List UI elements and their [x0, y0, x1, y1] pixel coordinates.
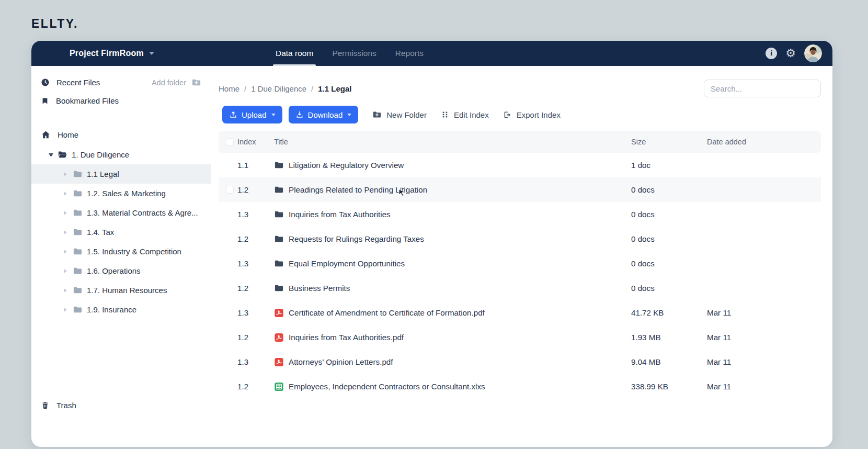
row-size: 0 docs — [631, 284, 707, 293]
tree-item[interactable]: 1.4. Tax — [31, 222, 211, 242]
tree-item[interactable]: 1.5. Industry & Competition — [31, 242, 211, 261]
table-row[interactable]: 1.2Requests for Rulings Regarding Taxes0… — [219, 227, 821, 251]
export-icon — [503, 110, 512, 119]
folder-icon — [274, 234, 284, 244]
trash-label: Trash — [56, 401, 76, 410]
table-row[interactable]: 1.3Inquiries from Tax Authorities0 docs — [219, 202, 821, 227]
folder-icon — [73, 188, 83, 198]
caret-right-icon[interactable] — [64, 172, 67, 176]
upload-button[interactable]: Upload — [222, 106, 282, 124]
row-size: 9.04 MB — [631, 357, 707, 366]
folder-icon — [73, 266, 83, 276]
tree-item-label: 1.9. Insurance — [87, 305, 136, 314]
chevron-down-icon — [271, 114, 276, 116]
export-index-label: Export Index — [517, 110, 561, 119]
caret-right-icon[interactable] — [64, 269, 67, 273]
row-date: Mar 11 — [707, 333, 821, 342]
avatar[interactable] — [804, 44, 822, 62]
table-row[interactable]: 1.2Inquiries from Tax Authorities.pdf1.9… — [219, 325, 821, 350]
pdf-file-icon — [274, 357, 284, 367]
sidebar-item-bookmarked-files[interactable]: Bookmarked Files — [31, 92, 211, 110]
row-date: Mar 11 — [707, 357, 821, 366]
folder-icon — [73, 246, 83, 256]
tree-item[interactable]: 1.3. Material Contracts & Agre... — [31, 203, 211, 222]
tree-item-label: 1.4. Tax — [87, 228, 114, 237]
edit-index-button[interactable]: Edit Index — [441, 110, 489, 119]
table-row[interactable]: 1.3Attorneys’ Opinion Letters.pdf9.04 MB… — [219, 350, 821, 374]
row-date: Mar 11 — [707, 382, 821, 391]
project-switcher[interactable]: Project FirmRoom — [70, 49, 154, 58]
breadcrumb-separator: / — [244, 84, 246, 93]
tree-item[interactable]: 1.9. Insurance — [31, 300, 211, 319]
gear-icon[interactable]: ⚙ — [785, 48, 796, 59]
folder-icon — [73, 208, 83, 218]
column-header-title[interactable]: Title — [274, 138, 631, 146]
table-row[interactable]: 1.3Equal Employment Opportunities0 docs — [219, 251, 821, 276]
tree-item-label: 1.5. Industry & Competition — [87, 247, 181, 256]
table-row[interactable]: 1.2Business Permits0 docs — [219, 276, 821, 300]
caret-right-icon[interactable] — [64, 250, 67, 254]
column-header-size[interactable]: Size — [631, 138, 707, 146]
download-label: Download — [308, 110, 343, 119]
clock-icon — [41, 78, 50, 87]
top-navbar: Project FirmRoom Data roomPermissionsRep… — [31, 41, 832, 66]
main-content: Home/1 Due Diligence/1.1 Legal Upload Do… — [211, 66, 832, 447]
caret-right-icon[interactable] — [64, 308, 67, 312]
info-button[interactable]: i — [766, 48, 777, 59]
folder-icon — [73, 227, 83, 237]
xlsx-file-icon — [274, 382, 284, 391]
trash-icon — [41, 401, 50, 410]
tab-reports[interactable]: Reports — [394, 41, 425, 66]
new-folder-icon — [372, 110, 382, 119]
tree-item-label: 1.2. Sales & Marketing — [87, 189, 166, 198]
tree-item[interactable]: 1.1 Legal — [31, 164, 211, 184]
tree-item[interactable]: 1.6. Operations — [31, 261, 211, 280]
download-icon — [295, 110, 304, 119]
caret-down-icon[interactable] — [49, 153, 53, 156]
tab-data-room[interactable]: Data room — [275, 41, 314, 66]
row-title: Employees, Independent Contractors or Co… — [289, 382, 485, 391]
row-title: Pleadings Related to Pending Litigation — [289, 185, 427, 194]
column-header-date-added[interactable]: Date added — [707, 138, 821, 146]
caret-right-icon[interactable] — [64, 211, 67, 215]
breadcrumb-separator: / — [311, 84, 313, 93]
row-checkbox[interactable] — [226, 186, 234, 194]
download-button[interactable]: Download — [289, 106, 359, 124]
table-row[interactable]: 1.2Employees, Independent Contractors or… — [219, 374, 821, 399]
breadcrumb-item[interactable]: 1 Due Diligence — [251, 84, 306, 93]
add-folder-button[interactable]: Add folder — [152, 77, 211, 87]
row-index: 1.2 — [237, 382, 274, 391]
upload-label: Upload — [242, 110, 267, 119]
tree-item[interactable]: 1.7. Human Resources — [31, 280, 211, 300]
caret-right-icon[interactable] — [64, 288, 67, 293]
new-folder-button[interactable]: New Folder — [372, 110, 427, 119]
sidebar-item-home[interactable]: Home — [31, 126, 211, 144]
sidebar-item-recent-files[interactable]: Recent Files Add folder — [31, 73, 211, 92]
caret-right-icon[interactable] — [64, 230, 67, 234]
tree-item[interactable]: 1. Due Diligence — [31, 145, 211, 164]
bookmark-icon — [41, 97, 49, 105]
select-all-checkbox[interactable] — [226, 138, 234, 146]
tab-permissions[interactable]: Permissions — [331, 41, 377, 66]
row-title: Inquiries from Tax Authorities — [289, 210, 391, 219]
grid-dots-icon — [441, 110, 449, 119]
tree-item-label: 1.3. Material Contracts & Agre... — [87, 208, 198, 217]
table-row[interactable]: 1.3Certificate of Amendment to Certifica… — [219, 300, 821, 325]
folder-open-icon — [58, 150, 67, 160]
tree-item[interactable]: 1.2. Sales & Marketing — [31, 184, 211, 203]
caret-right-icon[interactable] — [64, 192, 67, 196]
column-header-index[interactable]: Index — [237, 138, 274, 146]
export-index-button[interactable]: Export Index — [503, 110, 561, 119]
folder-icon — [73, 169, 83, 179]
sidebar-item-trash[interactable]: Trash — [31, 396, 211, 414]
breadcrumb-item[interactable]: Home — [219, 84, 239, 93]
search-input[interactable] — [704, 80, 821, 97]
row-size: 0 docs — [631, 185, 707, 194]
row-title: Attorneys’ Opinion Letters.pdf — [289, 357, 393, 366]
table-row[interactable]: 1.2Pleadings Related to Pending Litigati… — [219, 177, 821, 202]
row-size: 338.99 KB — [631, 382, 707, 391]
table-row[interactable]: 1.1Litigation & Regulatory Overview1 doc — [219, 153, 821, 177]
row-size: 1 doc — [631, 161, 707, 170]
folder-icon — [274, 185, 284, 195]
row-index: 1.3 — [237, 210, 274, 219]
